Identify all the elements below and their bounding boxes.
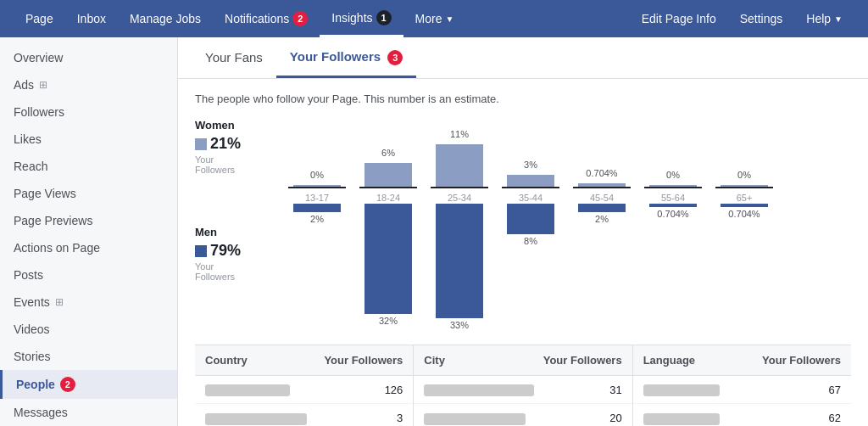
table-row: 62 xyxy=(633,404,851,426)
men-color-swatch xyxy=(195,245,207,257)
bar-women-55-64: 0% xyxy=(644,170,702,187)
top-nav-right: Edit Page Info Settings Help ▼ xyxy=(630,0,854,37)
women-pct: 21% xyxy=(210,135,241,153)
events-add-icon: ⊞ xyxy=(55,296,64,308)
nav-more[interactable]: More ▼ xyxy=(403,0,466,37)
bar-women-65plus: 0% xyxy=(715,170,773,187)
top-navigation: Page Inbox Manage Jobs Notifications 2 I… xyxy=(0,0,868,37)
age-label-row: 13-17 18-24 25-34 35-44 45-54 xyxy=(288,187,851,204)
city-followers-header: Your Followers xyxy=(543,354,622,367)
notifications-badge: 2 xyxy=(292,11,308,26)
women-color-swatch xyxy=(195,138,207,150)
bar-women-18-24: 6% xyxy=(359,148,417,187)
bar-chart: 0% 6% 11% xyxy=(288,119,851,331)
tables-section: Country Your Followers 126 3 xyxy=(195,345,851,426)
country-followers-header: Your Followers xyxy=(324,354,403,367)
lang-row2-label xyxy=(643,413,720,425)
bar-men-18-24: 32% xyxy=(359,204,417,326)
table-row: 20 xyxy=(414,404,632,426)
nav-edit-page-info[interactable]: Edit Page Info xyxy=(630,0,728,37)
sidebar-item-page-views[interactable]: Page Views xyxy=(0,180,177,207)
chart-wrapper: Women 21% YourFollowers Men 79% xyxy=(195,119,851,331)
nav-help[interactable]: Help ▼ xyxy=(794,0,854,37)
women-legend: Women 21% YourFollowers xyxy=(195,119,281,175)
bar-men-65plus: 0.704% xyxy=(715,204,773,219)
chart-legend: Women 21% YourFollowers Men 79% xyxy=(195,119,288,331)
city-row1-value: 31 xyxy=(554,384,622,396)
sidebar-item-posts[interactable]: Posts xyxy=(0,261,177,289)
nav-inbox[interactable]: Inbox xyxy=(65,0,118,37)
ads-add-icon: ⊞ xyxy=(39,79,47,91)
lang-row1-label xyxy=(643,384,720,396)
people-badge: 2 xyxy=(60,377,75,392)
men-legend: Men 79% YourFollowers xyxy=(195,226,281,282)
women-bars: 0% 6% 11% xyxy=(288,119,851,187)
sidebar-item-actions-on-page[interactable]: Actions on Page xyxy=(0,234,177,261)
sidebar-item-events[interactable]: Events ⊞ xyxy=(0,289,177,316)
bar-women-35-44: 3% xyxy=(502,160,559,187)
main-layout: Overview Ads ⊞ Followers Likes Reach Pag… xyxy=(0,37,868,426)
bar-men-45-54: 2% xyxy=(573,204,631,224)
tab-your-followers[interactable]: Your Followers 3 xyxy=(276,37,416,78)
women-sub: YourFollowers xyxy=(195,154,281,175)
table-row: 67 xyxy=(633,376,851,404)
bar-women-45-54: 0.704% xyxy=(573,168,631,187)
bar-men-55-64: 0.704% xyxy=(644,204,702,219)
help-dropdown-icon: ▼ xyxy=(834,14,843,24)
lang-row1-value: 67 xyxy=(773,384,841,396)
inner-content: The people who follow your Page. This nu… xyxy=(178,79,868,426)
nav-page[interactable]: Page xyxy=(14,0,65,37)
description-text: The people who follow your Page. This nu… xyxy=(195,92,851,105)
nav-settings[interactable]: Settings xyxy=(728,0,795,37)
sidebar-item-stories[interactable]: Stories xyxy=(0,343,177,370)
city-row1-label xyxy=(424,384,534,396)
country-row2-value: 3 xyxy=(335,412,403,424)
top-nav-left: Page Inbox Manage Jobs Notifications 2 I… xyxy=(14,0,465,37)
sidebar-item-reach[interactable]: Reach xyxy=(0,153,177,180)
bar-men-13-17: 2% xyxy=(288,204,346,224)
bar-women-13-17: 0% xyxy=(288,170,346,187)
content-area: Your Fans Your Followers 3 The people wh… xyxy=(178,37,868,426)
content-tabs: Your Fans Your Followers 3 xyxy=(178,37,868,79)
language-followers-header: Your Followers xyxy=(762,354,841,367)
men-title: Men xyxy=(195,226,281,238)
men-sub: YourFollowers xyxy=(195,261,281,282)
sidebar-item-messages[interactable]: Messages xyxy=(0,399,177,426)
city-row2-label xyxy=(424,413,526,425)
language-table: Language Your Followers 67 62 xyxy=(633,345,851,426)
nav-insights[interactable]: Insights 1 xyxy=(320,0,403,37)
men-bars: 2% 32% 33% xyxy=(288,204,851,331)
country-row1-label xyxy=(205,384,290,396)
country-table-header: Country Your Followers xyxy=(195,345,413,376)
sidebar: Overview Ads ⊞ Followers Likes Reach Pag… xyxy=(0,37,178,426)
sidebar-item-page-previews[interactable]: Page Previews xyxy=(0,207,177,234)
city-row2-value: 20 xyxy=(554,412,622,424)
sidebar-item-likes[interactable]: Likes xyxy=(0,126,177,153)
more-dropdown-icon: ▼ xyxy=(445,14,453,24)
sidebar-item-followers[interactable]: Followers xyxy=(0,98,177,126)
city-table-header: City Your Followers xyxy=(414,345,632,376)
insights-badge: 1 xyxy=(376,10,392,25)
table-row: 126 xyxy=(195,376,413,404)
sidebar-item-overview[interactable]: Overview xyxy=(0,44,177,71)
table-row: 3 xyxy=(195,404,413,426)
city-col-header: City xyxy=(424,354,542,367)
followers-tab-badge: 3 xyxy=(387,50,403,65)
bar-men-25-34: 33% xyxy=(431,204,488,330)
sidebar-item-ads[interactable]: Ads ⊞ xyxy=(0,71,177,98)
bar-women-25-34: 11% xyxy=(431,129,488,187)
sidebar-item-people[interactable]: People 2 xyxy=(0,370,177,399)
country-row1-value: 126 xyxy=(335,384,403,396)
city-table: City Your Followers 31 20 xyxy=(414,345,632,426)
sidebar-item-videos[interactable]: Videos xyxy=(0,316,177,343)
country-row2-label xyxy=(205,413,307,425)
country-table: Country Your Followers 126 3 xyxy=(195,345,414,426)
nav-manage-jobs[interactable]: Manage Jobs xyxy=(118,0,213,37)
language-table-header: Language Your Followers xyxy=(633,345,851,376)
tab-your-fans[interactable]: Your Fans xyxy=(192,38,276,77)
bar-men-35-44: 8% xyxy=(502,204,559,246)
language-col-header: Language xyxy=(643,354,762,367)
country-col-header: Country xyxy=(205,354,324,367)
men-pct: 79% xyxy=(210,242,241,260)
nav-notifications[interactable]: Notifications 2 xyxy=(213,0,320,37)
